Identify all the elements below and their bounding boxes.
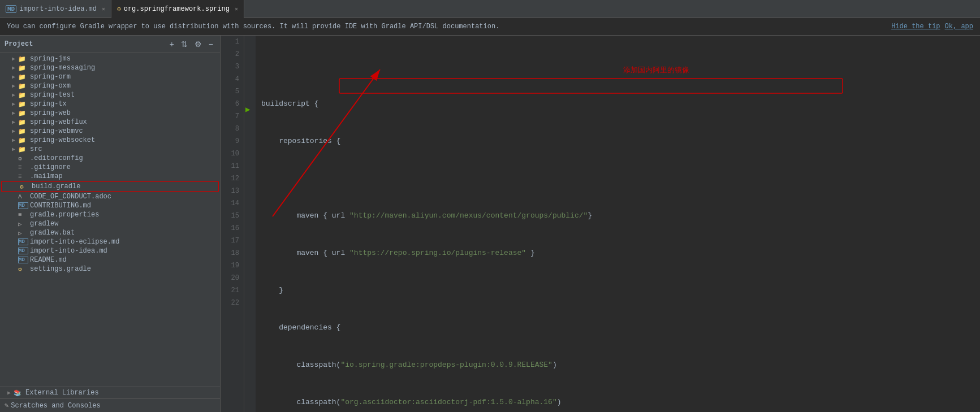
tree-item-spring-webmvc[interactable]: ▶ 📁 spring-webmvc [0,127,220,136]
code-line-4: maven { url "http://maven.aliyun.com/nex… [261,210,974,222]
code-content[interactable]: 添加国内阿里的镜像 buildscript { repositories { m… [256,36,980,412]
folder-icon: 📁 [18,83,28,90]
tab-label: org.springframework.spring [124,5,230,13]
folder-icon: 📁 [18,92,28,99]
sidebar: Project + ⇅ ⚙ − ▶ 📁 spring-jms ▶ 📁 sprin… [0,36,221,412]
code-area: 12345 678910 1112131415 1617181920 2122 … [221,36,980,412]
tree-item-gradlew[interactable]: ▶ ▷ gradlew [0,219,220,228]
scratches-and-consoles[interactable]: ✎ Scratches and Consoles [0,398,220,412]
md-icon: MD [6,5,16,13]
tree-item-import-idea[interactable]: ▶ MD import-into-idea.md [0,246,220,255]
main-layout: Project + ⇅ ⚙ − ▶ 📁 spring-jms ▶ 📁 sprin… [0,36,980,412]
md-file-icon: MD [18,202,28,209]
svg-rect-3 [339,79,843,93]
folder-icon: 📁 [18,73,28,81]
tree-item-spring-oxm[interactable]: ▶ 📁 spring-oxm [0,81,220,90]
tip-message: You can configure Gradle wrapper to use … [7,23,499,31]
code-editor: 12345 678910 1112131415 1617181920 2122 … [221,36,980,412]
tree-item-readme[interactable]: ▶ MD README.md [0,255,220,264]
add-btn[interactable]: + [167,38,176,50]
libraries-icon: 📚 [14,389,24,397]
tab-spring-gradle[interactable]: ⚙ org.springframework.spring ✕ [111,0,244,18]
config-icon: ⚙ [18,155,28,162]
tree-item-src[interactable]: ▶ 📁 src [0,145,220,154]
tab-label: import-into-idea.md [19,5,97,13]
md-file-icon2: MD [18,238,28,245]
code-line-7: dependencies { [261,322,974,334]
code-line-1: buildscript { [261,98,974,110]
tab-close-active-btn[interactable]: ✕ [235,6,238,12]
tree-item-external-libraries[interactable]: ▶ 📚 External Libraries [0,387,220,398]
settings-gradle-icon: ⚙ [18,266,28,273]
tree-item-gradle-properties[interactable]: ▶ ≡ gradle.properties [0,210,220,219]
code-line-2: repositories { [261,135,974,148]
gradle-icon: ⚙ [117,5,121,12]
tree-item-spring-websocket[interactable]: ▶ 📁 spring-websocket [0,136,220,145]
gitignore-icon: ≡ [18,164,28,171]
gradle-file-icon: ⚙ [20,183,30,190]
folder-icon: 📁 [18,110,28,117]
tip-bar: You can configure Gradle wrapper to use … [0,18,980,36]
md-file-icon3: MD [18,248,28,254]
shell-icon: ▷ [18,220,28,228]
svg-text:添加国内阿里的镜像: 添加国内阿里的镜像 [623,66,689,74]
file-tree: ▶ 📁 spring-jms ▶ 📁 spring-messaging ▶ 📁 … [0,53,220,387]
folder-icon: 📁 [18,137,28,144]
tip-actions: Hide the tip Ok, app [891,23,973,31]
tab-close-btn[interactable]: ✕ [102,6,105,12]
properties-icon: ≡ [18,211,28,218]
tree-item-gitignore[interactable]: ▶ ≡ .gitignore [0,163,220,172]
sidebar-title: Project [5,40,33,48]
tree-item-spring-webflux[interactable]: ▶ 📁 spring-webflux [0,118,220,127]
tree-item-import-eclipse[interactable]: ▶ MD import-into-eclipse.md [0,237,220,246]
folder-icon: 📁 [18,55,28,63]
settings-btn[interactable]: ⚙ [192,38,204,50]
code-line-3 [261,172,974,185]
tab-bar: MD import-into-idea.md ✕ ⚙ org.springfra… [0,0,980,18]
tree-item-spring-jms[interactable]: ▶ 📁 spring-jms [0,54,220,63]
sidebar-toolbar: + ⇅ ⚙ − [167,38,215,50]
line-numbers: 12345 678910 1112131415 1617181920 2122 [221,36,244,412]
minimize-btn[interactable]: − [206,38,215,50]
tree-item-code-of-conduct[interactable]: ▶ A CODE_OF_CONDUCT.adoc [0,192,220,201]
tree-item-contributing[interactable]: ▶ MD CONTRIBUTING.md [0,201,220,210]
folder-icon: 📁 [18,64,28,72]
bat-icon: ▷ [18,229,28,237]
tree-item-settings-gradle[interactable]: ▶ ⚙ settings.gradle [0,264,220,274]
tab-import-md[interactable]: MD import-into-idea.md ✕ [0,0,111,18]
code-gutter: ▶ [244,36,256,412]
code-line-6: } [261,284,974,297]
hide-tip-link[interactable]: Hide the tip [891,23,940,31]
run-button[interactable]: ▶ [245,105,250,114]
sync-btn[interactable]: ⇅ [179,38,190,50]
sidebar-header: Project + ⇅ ⚙ − [0,36,220,53]
tree-item-spring-orm[interactable]: ▶ 📁 spring-orm [0,72,220,81]
code-line-5: maven { url "https://repo.spring.io/plug… [261,247,974,259]
tree-item-spring-web[interactable]: ▶ 📁 spring-web [0,109,220,118]
ok-tip-link[interactable]: Ok, app [945,23,973,31]
folder-icon: 📁 [18,101,28,108]
tree-item-spring-test[interactable]: ▶ 📁 spring-test [0,90,220,99]
adoc-icon: A [18,193,28,200]
folder-icon: 📁 [18,119,28,126]
tree-item-spring-messaging[interactable]: ▶ 📁 spring-messaging [0,63,220,72]
tree-item-editorconfig[interactable]: ▶ ⚙ .editorconfig [0,154,220,163]
tree-item-build-gradle[interactable]: ▶ ⚙ build.gradle [1,181,219,192]
folder-icon: 📁 [18,128,28,135]
tree-item-mailmap[interactable]: ▶ ≡ .mailmap [0,172,220,181]
tree-item-spring-tx[interactable]: ▶ 📁 spring-tx [0,99,220,109]
code-line-8: classpath("io.spring.gradle:propdeps-plu… [261,359,974,371]
mailmap-icon: ≡ [18,173,28,180]
md-file-icon4: MD [18,257,28,263]
tree-item-gradlew-bat[interactable]: ▶ ▷ gradlew.bat [0,228,220,237]
scratches-icon: ✎ [5,401,8,410]
folder-icon: 📁 [18,146,28,153]
code-line-9: classpath("org.asciidoctor:asciidoctorj-… [261,396,974,409]
